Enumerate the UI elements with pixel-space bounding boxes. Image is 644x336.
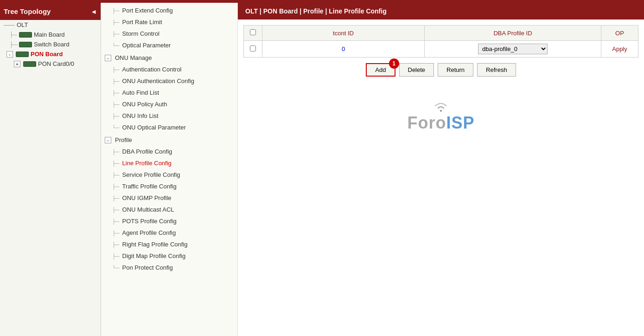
table-header-tcont: tcont ID — [262, 26, 425, 41]
board-icon-pon — [16, 52, 29, 57]
board-icon-pon-card — [23, 61, 36, 67]
tcont-id-value: 0 — [342, 45, 345, 52]
nav-port-extend-config[interactable]: ├─ Port Extend Config — [101, 5, 237, 16]
nav-onu-policy-auth[interactable]: ├─ ONU Policy Auth — [101, 98, 237, 110]
sidebar-toggle-icon[interactable]: ◄ — [90, 8, 97, 15]
table-header-dba: DBA Profile ID — [425, 26, 601, 41]
nav-pon-protect-config[interactable]: └─ Pon Protect Config — [101, 262, 237, 273]
table-header-check — [244, 26, 262, 41]
nav-agent-profile-config[interactable]: ├─ Agent Profile Config — [101, 227, 237, 239]
nav-onu-optical-parameter[interactable]: └─ ONU Optical Parameter — [101, 122, 237, 133]
tree-olt[interactable]: —— OLT — [0, 20, 101, 30]
board-icon-switch — [19, 42, 32, 47]
nav-onu-igmp-profile[interactable]: ├─ ONU IGMP Profile — [101, 192, 237, 204]
table-row: 0 dba-profile_0 dba-profile_1 dba-profil… — [244, 41, 638, 58]
row-checkbox[interactable] — [250, 45, 256, 52]
sidebar-header: Tree Topology ◄ — [0, 3, 101, 20]
nav-traffic-profile-config[interactable]: ├─ Traffic Profile Config — [101, 181, 237, 192]
dba-profile-select[interactable]: dba-profile_0 dba-profile_1 dba-profile_… — [478, 44, 548, 54]
apply-link[interactable]: Apply — [612, 45, 627, 52]
foroisp-logo: ForoISP — [407, 113, 474, 133]
data-table: tcont ID DBA Profile ID OP — [243, 25, 638, 58]
row-checkbox-cell — [244, 41, 262, 58]
nav-line-profile-config[interactable]: ├─ Line Profile Config — [101, 157, 237, 169]
nav-profile-label: Profile — [115, 136, 132, 143]
pon-card-label: PON Card0/0 — [38, 60, 74, 67]
table-header-op: OP — [601, 26, 638, 41]
tree-switch-board[interactable]: ├─ Switch Board — [0, 39, 101, 49]
action-bar: Add 1 Delete Return Refresh — [243, 63, 638, 77]
nav-onu-manage-header[interactable]: - ONU Manage — [101, 52, 237, 64]
sidebar: Tree Topology ◄ —— OLT ├─ Main Board ├─ … — [0, 3, 101, 336]
add-button[interactable]: Add 1 — [366, 63, 395, 77]
refresh-button[interactable]: Refresh — [477, 63, 516, 77]
tcont-id-cell: 0 — [262, 41, 425, 58]
nav-onu-multicast-acl[interactable]: ├─ ONU Multicast ACL — [101, 204, 237, 215]
tree-line-switch: ├─ — [9, 41, 17, 48]
foro-text: ForoISP — [407, 113, 474, 132]
content-body: tcont ID DBA Profile ID OP — [238, 19, 644, 336]
delete-button[interactable]: Delete — [399, 63, 434, 77]
nav-section-profile: - Profile ├─ DBA Profile Config ├─ Line … — [101, 134, 237, 273]
nav-onu-manage-label: ONU Manage — [115, 54, 152, 61]
nav-digit-map-profile-config[interactable]: ├─ Digit Map Profile Config — [101, 250, 237, 262]
main-layout: Tree Topology ◄ —— OLT ├─ Main Board ├─ … — [0, 3, 644, 336]
svg-point-0 — [440, 110, 442, 112]
nav-right-flag-profile-config[interactable]: ├─ Right Flag Profile Config — [101, 239, 237, 250]
nav-profile-header[interactable]: - Profile — [101, 134, 237, 146]
nav-section-onu-manage: - ONU Manage ├─ Authentication Control ├… — [101, 52, 237, 133]
nav-panel: ├─ Port Extend Config ├─ Port Rate Limit… — [101, 3, 238, 336]
breadcrumb-text: OLT | PON Board | Profile | Line Profile… — [245, 7, 387, 15]
onu-manage-expand[interactable]: - — [105, 55, 111, 61]
nav-storm-control[interactable]: ├─ Storm Control — [101, 28, 237, 39]
pon-board-label: PON Board — [31, 51, 63, 58]
pon-board-expand[interactable]: - — [6, 51, 13, 58]
return-button[interactable]: Return — [438, 63, 473, 77]
tree-line-main: ├─ — [9, 32, 17, 38]
tree-pon-board[interactable]: - PON Board — [0, 49, 101, 59]
nav-section-port: ├─ Port Extend Config ├─ Port Rate Limit… — [101, 5, 237, 51]
tree-main-board[interactable]: ├─ Main Board — [0, 30, 101, 39]
pon-card-expand[interactable]: + — [14, 61, 20, 67]
olt-label: OLT — [17, 21, 28, 28]
select-all-checkbox[interactable] — [250, 29, 256, 35]
op-cell: Apply — [601, 41, 638, 58]
nav-onu-info-list[interactable]: ├─ ONU Info List — [101, 110, 237, 122]
isp-text: ISP — [446, 113, 474, 132]
nav-pots-profile-config[interactable]: ├─ POTS Profile Config — [101, 215, 237, 227]
nav-service-profile-config[interactable]: ├─ Service Profile Config — [101, 169, 237, 181]
nav-authentication-control[interactable]: ├─ Authentication Control — [101, 64, 237, 75]
switch-board-label: Switch Board — [34, 41, 70, 48]
sidebar-title: Tree Topology — [4, 7, 51, 15]
breadcrumb-bar: OLT | PON Board | Profile | Line Profile… — [238, 3, 644, 19]
nav-auto-find-list[interactable]: ├─ Auto Find List — [101, 87, 237, 98]
add-badge: 1 — [389, 58, 399, 69]
nav-port-rate-limit[interactable]: ├─ Port Rate Limit — [101, 16, 237, 28]
main-board-label: Main Board — [34, 31, 64, 38]
board-icon-main — [19, 32, 32, 38]
logo-area: ForoISP — [243, 77, 638, 169]
nav-onu-auth-config[interactable]: ├─ ONU Authentication Config — [101, 75, 237, 87]
logo-wifi-icon — [432, 100, 450, 114]
nav-optical-parameter[interactable]: └─ Optical Parameter — [101, 39, 237, 51]
profile-expand[interactable]: - — [105, 137, 111, 143]
olt-dash: —— — [4, 22, 15, 28]
content-area: OLT | PON Board | Profile | Line Profile… — [238, 3, 644, 336]
tree-pon-card[interactable]: + PON Card0/0 — [0, 59, 101, 69]
dba-profile-cell: dba-profile_0 dba-profile_1 dba-profile_… — [425, 41, 601, 58]
nav-dba-profile-config[interactable]: ├─ DBA Profile Config — [101, 146, 237, 157]
